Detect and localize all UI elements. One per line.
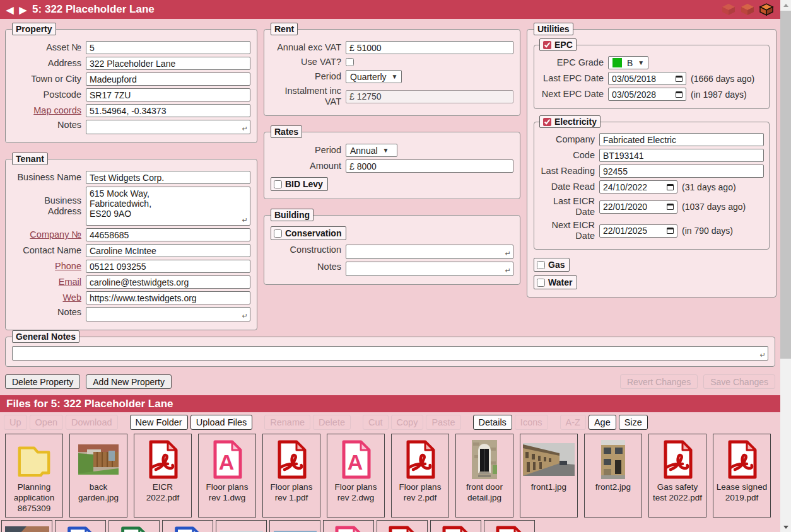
toolbar-button-rename[interactable]: Rename [264, 415, 310, 430]
calendar-icon[interactable] [667, 228, 674, 234]
business-address-textarea[interactable]: 615 Mock Way, Fabricatedwich, ES20 9AO [86, 187, 250, 226]
file-tile[interactable] [377, 520, 428, 532]
last-epc-date-input[interactable]: 03/05/2018 [608, 72, 686, 85]
next-epc-date-input[interactable]: 03/05/2028 [608, 88, 686, 101]
file-tile[interactable]: Gas safety test 2022.pdf [648, 434, 706, 518]
file-tile[interactable]: back garden.jpg [69, 434, 127, 518]
toolbar-button-up[interactable]: Up [4, 415, 27, 430]
address-input[interactable] [86, 57, 250, 70]
file-tile[interactable]: W [55, 520, 106, 532]
web-input[interactable] [86, 291, 250, 304]
electricity-company-input[interactable] [599, 133, 764, 146]
toolbar-button-upload-files[interactable]: Upload Files [190, 415, 253, 430]
web-link[interactable]: Web [12, 292, 81, 303]
company-number-input[interactable] [86, 228, 250, 241]
map-coords-link[interactable]: Map coords [12, 105, 81, 116]
postcode-input[interactable] [86, 88, 250, 101]
file-tile[interactable]: front1.jpg [520, 434, 578, 518]
scrollbar-up-arrow[interactable] [780, 0, 791, 10]
electricity-checkbox[interactable] [543, 118, 551, 126]
brick-icon[interactable] [740, 3, 755, 16]
file-tile[interactable]: Floor plans rev 2.pdf [391, 434, 449, 518]
toolbar-button-copy[interactable]: Copy [391, 415, 424, 430]
bid-levy-checkbox-group[interactable]: BID Levy [271, 177, 328, 191]
scrollbar-down-arrow[interactable] [780, 522, 791, 532]
water-checkbox-group[interactable]: Water [534, 275, 577, 289]
brick-icon[interactable] [721, 3, 736, 16]
prev-property-button[interactable]: ◀ [6, 5, 14, 14]
phone-input[interactable] [86, 260, 250, 273]
water-checkbox[interactable] [537, 279, 545, 287]
conservation-checkbox-group[interactable]: Conservation [271, 226, 346, 240]
use-vat-checkbox[interactable] [346, 58, 354, 66]
file-tile[interactable]: W [162, 520, 213, 532]
delete-property-button[interactable]: Delete Property [5, 374, 80, 389]
conservation-checkbox[interactable] [274, 229, 282, 238]
last-reading-input[interactable] [599, 165, 764, 178]
general-notes-textarea[interactable] [12, 346, 768, 361]
building-notes-textarea[interactable] [346, 262, 513, 276]
epc-checkbox[interactable] [543, 41, 551, 49]
business-name-input[interactable] [86, 171, 250, 184]
file-tile[interactable]: Lease signed 2019.pdf [713, 434, 771, 518]
vertical-scrollbar[interactable] [780, 0, 791, 532]
file-tile[interactable]: front2.jpg [584, 434, 642, 518]
file-tile[interactable] [1, 520, 52, 532]
annual-exc-vat-input[interactable] [346, 41, 513, 54]
next-property-button[interactable]: ▶ [20, 5, 27, 14]
scrollbar-thumb[interactable] [780, 11, 791, 359]
email-link[interactable]: Email [12, 277, 81, 287]
next-eicr-date-input[interactable]: 22/01/2025 [599, 224, 677, 238]
file-tile[interactable] [216, 520, 267, 532]
toolbar-button-cut[interactable]: Cut [363, 415, 389, 430]
file-tile[interactable] [484, 520, 535, 532]
toolbar-button-download[interactable]: Download [66, 415, 118, 430]
rates-amount-input[interactable] [346, 159, 513, 173]
brick-icon[interactable] [759, 3, 774, 16]
bid-levy-checkbox[interactable] [274, 180, 282, 188]
revert-changes-button[interactable]: Revert Changes [620, 374, 698, 389]
town-input[interactable] [86, 72, 250, 86]
map-coords-input[interactable] [86, 104, 250, 117]
asset-number-input[interactable] [86, 41, 250, 54]
toolbar-button-sort-size[interactable]: Size [619, 415, 648, 430]
epc-grade-select[interactable]: B ▼ [608, 56, 648, 69]
toolbar-button-details[interactable]: Details [473, 415, 512, 430]
save-changes-button[interactable]: Save Changes [703, 374, 775, 389]
calendar-icon[interactable] [667, 204, 674, 210]
calendar-icon[interactable] [676, 91, 683, 98]
electricity-code-input[interactable] [599, 149, 764, 162]
toolbar-button-new-folder[interactable]: New Folder [130, 415, 188, 430]
toolbar-button-paste[interactable]: Paste [426, 415, 460, 430]
calendar-icon[interactable] [667, 184, 674, 190]
property-notes-textarea[interactable] [86, 120, 250, 134]
file-tile[interactable] [269, 520, 320, 532]
toolbar-button-sort-age[interactable]: Age [589, 415, 616, 430]
gas-checkbox-group[interactable]: Gas [534, 258, 570, 272]
file-tile[interactable]: AFloor plans rev 1.dwg [198, 434, 256, 518]
toolbar-button-open[interactable]: Open [30, 415, 63, 430]
file-tile[interactable]: Planning application 8675309 [5, 434, 63, 518]
file-tile[interactable]: front door detail.jpg [455, 434, 513, 518]
rates-period-select[interactable]: Annual▼ [346, 144, 397, 157]
contact-name-input[interactable] [86, 244, 250, 257]
toolbar-button-sort-az[interactable]: A-Z [560, 415, 586, 430]
file-tile[interactable]: X [108, 520, 160, 532]
rent-period-select[interactable]: Quarterly▼ [346, 70, 402, 83]
toolbar-button-delete[interactable]: Delete [313, 415, 351, 430]
date-read-input[interactable]: 24/10/2022 [599, 180, 677, 194]
gas-checkbox[interactable] [537, 261, 545, 269]
tenant-notes-textarea[interactable] [86, 307, 250, 321]
add-new-property-button[interactable]: Add New Property [86, 374, 172, 389]
file-tile[interactable]: A [323, 520, 374, 532]
last-eicr-date-input[interactable]: 22/01/2020 [599, 200, 677, 214]
company-number-link[interactable]: Company № [12, 229, 81, 240]
file-tile[interactable] [430, 520, 481, 532]
toolbar-button-icons[interactable]: Icons [515, 415, 548, 430]
construction-textarea[interactable] [346, 245, 513, 259]
file-tile[interactable]: AFloor plans rev 2.dwg [327, 434, 385, 518]
email-input[interactable] [86, 275, 250, 289]
file-tile[interactable]: EICR 2022.pdf [134, 434, 192, 518]
phone-link[interactable]: Phone [12, 261, 81, 272]
calendar-icon[interactable] [676, 76, 683, 82]
